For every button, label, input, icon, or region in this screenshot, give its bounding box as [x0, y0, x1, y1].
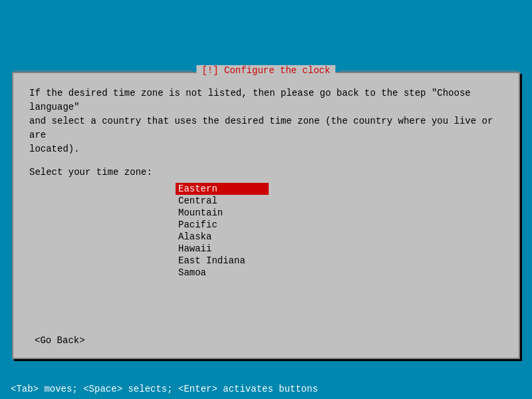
- dialog-window: [!] Configure the clock If the desired t…: [12, 72, 520, 359]
- timezone-item[interactable]: Hawaii: [176, 243, 269, 255]
- go-back-button[interactable]: <Go Back>: [29, 334, 90, 347]
- dialog-title: [!] Configure the clock: [196, 65, 335, 76]
- status-bar: <Tab> moves; <Space> selects; <Enter> ac…: [0, 379, 532, 399]
- timezone-item[interactable]: Alaska: [176, 231, 269, 243]
- desc-line3: located).: [29, 142, 503, 156]
- desc-line2: and select a country that uses the desir…: [29, 114, 503, 142]
- bottom-buttons: <Go Back>: [29, 334, 503, 347]
- timezone-item[interactable]: Central: [176, 195, 269, 207]
- title-line-right: [339, 70, 519, 71]
- timezone-list-container: EasternCentralMountainPacificAlaskaHawai…: [176, 183, 503, 323]
- timezone-item[interactable]: Samoa: [176, 267, 269, 279]
- description: If the desired time zone is not listed, …: [29, 86, 503, 156]
- title-line-left: [13, 70, 193, 71]
- desc-line1: If the desired time zone is not listed, …: [29, 86, 503, 114]
- content-area: If the desired time zone is not listed, …: [13, 73, 519, 358]
- timezone-item[interactable]: Eastern: [176, 183, 269, 195]
- timezone-item[interactable]: East Indiana: [176, 255, 269, 267]
- timezone-item[interactable]: Pacific: [176, 219, 269, 231]
- timezone-item[interactable]: Mountain: [176, 207, 269, 219]
- select-label: Select your time zone:: [29, 167, 503, 178]
- timezone-list: EasternCentralMountainPacificAlaskaHawai…: [176, 183, 503, 279]
- status-text: <Tab> moves; <Space> selects; <Enter> ac…: [11, 384, 318, 394]
